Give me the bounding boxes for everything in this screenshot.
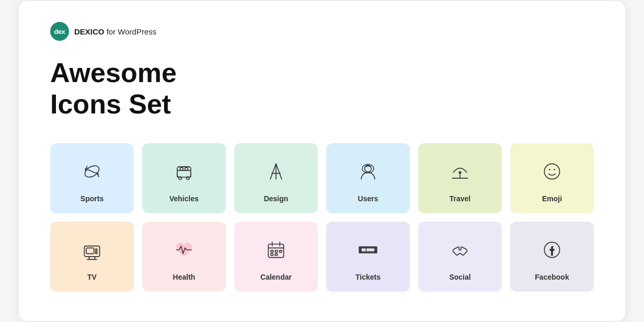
calendar-label: Calendar: [260, 273, 292, 281]
health-label: Health: [173, 273, 196, 281]
main-card: dex DEXICO for WordPress Awesome Icons S…: [19, 1, 625, 321]
svg-point-21: [544, 164, 559, 179]
svg-rect-39: [275, 254, 278, 256]
icon-card-health[interactable]: Health: [142, 222, 226, 292]
users-label: Users: [358, 194, 378, 203]
icon-card-facebook[interactable]: Facebook: [510, 222, 594, 292]
logo-icon: dex: [50, 22, 69, 41]
icon-card-travel[interactable]: Travel: [418, 143, 502, 213]
icon-card-vehicles[interactable]: Vehicles: [142, 143, 226, 213]
social-icon: [446, 236, 474, 263]
facebook-label: Facebook: [535, 273, 569, 281]
icon-card-tv[interactable]: TV: [50, 222, 134, 292]
svg-point-23: [554, 169, 555, 170]
icon-grid-row2: TV Health: [50, 222, 594, 292]
icon-card-social[interactable]: Social: [418, 222, 502, 292]
svg-rect-36: [275, 250, 278, 252]
icon-card-users[interactable]: Users: [326, 143, 410, 213]
design-icon: [262, 158, 290, 185]
tv-icon: [78, 236, 106, 263]
hero-title: Awesome Icons Set: [50, 58, 594, 120]
sports-label: Sports: [80, 194, 104, 203]
svg-line-13: [276, 164, 282, 179]
icon-card-tickets[interactable]: Tickets: [326, 222, 410, 292]
travel-icon: [446, 158, 474, 185]
svg-rect-28: [86, 248, 94, 254]
users-icon: [354, 158, 382, 185]
social-label: Social: [449, 273, 470, 281]
icon-card-emoji[interactable]: Emoji: [510, 143, 594, 213]
svg-line-12: [270, 164, 276, 179]
sports-icon: [78, 158, 106, 185]
svg-rect-37: [279, 250, 282, 252]
vehicles-label: Vehicles: [169, 194, 199, 203]
tickets-label: Tickets: [355, 273, 381, 281]
emoji-icon: [538, 158, 566, 185]
svg-rect-35: [271, 250, 273, 252]
facebook-icon: [538, 236, 566, 263]
logo-row: dex DEXICO for WordPress: [50, 22, 594, 41]
icon-grid-row1: Sports Vehicles: [50, 143, 594, 213]
svg-rect-10: [180, 167, 183, 170]
svg-rect-38: [271, 254, 273, 256]
vehicles-icon: [170, 158, 198, 185]
tickets-icon: [354, 236, 382, 263]
svg-point-16: [365, 165, 372, 172]
svg-point-30: [95, 251, 97, 254]
svg-rect-4: [177, 167, 191, 177]
health-icon: [170, 236, 198, 263]
travel-label: Travel: [450, 194, 470, 203]
svg-point-22: [549, 169, 550, 170]
svg-rect-11: [185, 167, 188, 170]
design-label: Design: [264, 194, 289, 203]
logo-text: DEXICO for WordPress: [74, 27, 156, 36]
icon-card-design[interactable]: Design: [234, 143, 318, 213]
svg-line-1: [85, 168, 99, 174]
icon-card-calendar[interactable]: Calendar: [234, 222, 318, 292]
icon-card-sports[interactable]: Sports: [50, 143, 134, 213]
emoji-label: Emoji: [542, 194, 562, 203]
svg-point-29: [95, 249, 97, 251]
tv-label: TV: [87, 273, 97, 281]
calendar-icon: [262, 236, 290, 263]
